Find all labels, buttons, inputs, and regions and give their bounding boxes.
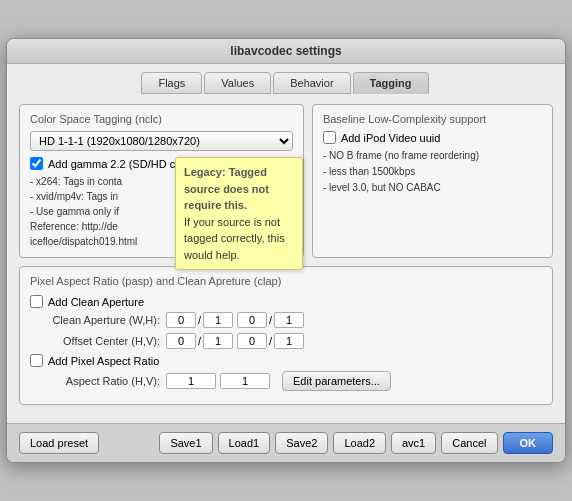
avc1-button[interactable]: avc1 xyxy=(391,432,436,454)
color-space-dropdown[interactable]: HD 1-1-1 (1920x1080/1280x720) xyxy=(30,131,293,151)
tab-values[interactable]: Values xyxy=(204,72,271,94)
aspect-ratio-inputs xyxy=(166,373,270,389)
ok-button[interactable]: OK xyxy=(503,432,554,454)
add-clean-aperture-row: Add Clean Aperture xyxy=(30,295,542,308)
offset-v-num[interactable] xyxy=(237,333,267,349)
clean-h-den[interactable] xyxy=(274,312,304,328)
save1-button[interactable]: Save1 xyxy=(159,432,212,454)
offset-v-fraction: / xyxy=(237,333,304,349)
tooltip-header: Legacy: Tagged source does not require t… xyxy=(184,164,294,214)
baseline-title: Baseline Low-Complexity support xyxy=(323,113,542,125)
clean-aperture-row: Clean Aperture (W,H): / / xyxy=(30,312,542,328)
add-pixel-aspect-label: Add Pixel Aspect Ratio xyxy=(48,355,159,367)
load-preset-button[interactable]: Load preset xyxy=(19,432,99,454)
save2-button[interactable]: Save2 xyxy=(275,432,328,454)
clean-w-fraction: / xyxy=(166,312,233,328)
add-ipod-row: Add iPod Video uuid xyxy=(323,131,542,144)
baseline-section: Baseline Low-Complexity support Add iPod… xyxy=(312,104,553,258)
clean-h-num[interactable] xyxy=(237,312,267,328)
cancel-button[interactable]: Cancel xyxy=(441,432,497,454)
offset-center-label: Offset Center (H,V): xyxy=(30,335,160,347)
window-title: libavcodec settings xyxy=(230,44,341,58)
tooltip: Legacy: Tagged source does not require t… xyxy=(175,157,303,270)
main-content: Color Space Tagging (nclc) HD 1-1-1 (192… xyxy=(7,94,565,423)
add-ipod-label: Add iPod Video uuid xyxy=(341,132,441,144)
add-gamma-checkbox[interactable] xyxy=(30,157,43,170)
aspect-ratio-row: Aspect Ratio (H,V): Edit parameters... xyxy=(30,371,542,391)
pasp-title: Pixel Aspect Ratio (pasp) and Clean Apre… xyxy=(30,275,542,287)
offset-h-den[interactable] xyxy=(203,333,233,349)
aspect-ratio-label: Aspect Ratio (H,V): xyxy=(30,375,160,387)
offset-h-fraction: / xyxy=(166,333,233,349)
add-clean-aperture-checkbox[interactable] xyxy=(30,295,43,308)
add-pixel-aspect-row: Add Pixel Aspect Ratio xyxy=(30,354,542,367)
top-sections: Color Space Tagging (nclc) HD 1-1-1 (192… xyxy=(19,104,553,258)
add-ipod-checkbox[interactable] xyxy=(323,131,336,144)
clean-w-den[interactable] xyxy=(203,312,233,328)
add-pixel-aspect-checkbox[interactable] xyxy=(30,354,43,367)
titlebar: libavcodec settings xyxy=(7,39,565,64)
offset-center-inputs: / / xyxy=(166,333,304,349)
tab-bar: Flags Values Behavior Tagging xyxy=(7,64,565,94)
bottom-bar: Load preset Save1 Load1 Save2 Load2 avc1… xyxy=(7,423,565,462)
load1-button[interactable]: Load1 xyxy=(218,432,271,454)
clean-aperture-label: Clean Aperture (W,H): xyxy=(30,314,160,326)
tab-behavior[interactable]: Behavior xyxy=(273,72,350,94)
edit-parameters-button[interactable]: Edit parameters... xyxy=(282,371,391,391)
offset-center-row: Offset Center (H,V): / / xyxy=(30,333,542,349)
load2-button[interactable]: Load2 xyxy=(333,432,386,454)
clean-h-fraction: / xyxy=(237,312,304,328)
main-window: libavcodec settings Flags Values Behavio… xyxy=(6,38,566,463)
aspect-v-input[interactable] xyxy=(220,373,270,389)
clean-w-num[interactable] xyxy=(166,312,196,328)
tab-flags[interactable]: Flags xyxy=(141,72,202,94)
aspect-h-input[interactable] xyxy=(166,373,216,389)
offset-h-num[interactable] xyxy=(166,333,196,349)
clean-aperture-inputs: / / xyxy=(166,312,304,328)
add-clean-aperture-label: Add Clean Aperture xyxy=(48,296,144,308)
tooltip-body: If your source is not tagged correctly, … xyxy=(184,214,294,264)
color-space-section: Color Space Tagging (nclc) HD 1-1-1 (192… xyxy=(19,104,304,258)
offset-v-den[interactable] xyxy=(274,333,304,349)
pasp-section: Pixel Aspect Ratio (pasp) and Clean Apre… xyxy=(19,266,553,405)
baseline-notes: - NO B frame (no frame reordering) - les… xyxy=(323,148,542,196)
color-space-title: Color Space Tagging (nclc) xyxy=(30,113,293,125)
tab-tagging[interactable]: Tagging xyxy=(353,72,429,94)
